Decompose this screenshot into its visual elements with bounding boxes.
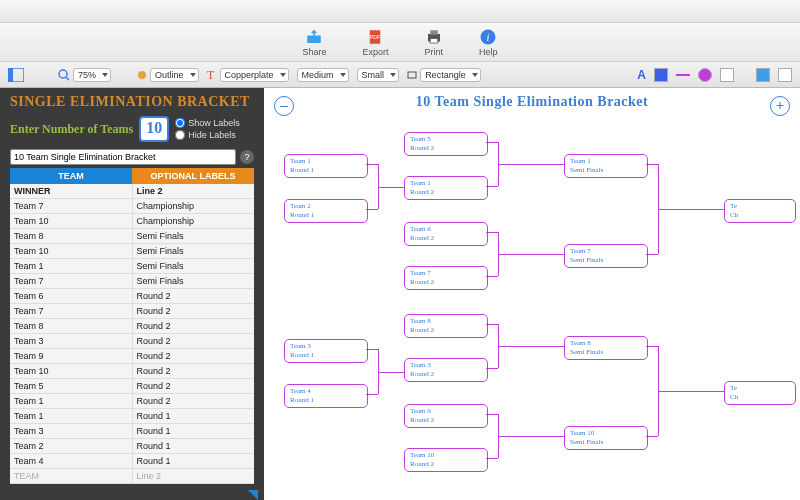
print-label: Print [425,47,444,57]
text-a-icon[interactable]: A [637,68,646,82]
table-row[interactable]: Team 10Round 2 [10,364,254,379]
svg-rect-4 [430,30,438,35]
table-row[interactable]: Team 1Round 2 [10,394,254,409]
bracket-box[interactable]: Team 6Round 2 [404,222,488,246]
hide-labels-radio[interactable]: Hide Labels [175,129,240,141]
table-row[interactable]: Team 1Round 1 [10,409,254,424]
table-row[interactable]: Team 7Round 2 [10,304,254,319]
bracket-box[interactable]: TeCh [724,381,796,405]
table-row[interactable]: Team 7Championship [10,199,254,214]
expand-button[interactable]: + [770,96,790,116]
table-row[interactable]: Team 7Semi Finals [10,274,254,289]
svg-rect-9 [8,68,13,82]
svg-line-11 [66,77,69,80]
table-row[interactable]: Team 8Round 2 [10,319,254,334]
color-white-swatch[interactable] [720,68,734,82]
bracket-box[interactable]: Team 3Round 2 [404,358,488,382]
line-icon[interactable] [676,74,690,76]
weight-select[interactable]: Medium [297,68,349,82]
color-magenta-swatch[interactable] [698,68,712,82]
col-labels-header: OPTIONAL LABELS [132,168,254,184]
enter-teams-label: Enter Number of Teams [10,122,133,137]
table-row[interactable]: Team 10Championship [10,214,254,229]
svg-text:i: i [487,31,490,42]
table-row[interactable]: WINNERLine 2 [10,184,254,199]
bracket-box[interactable]: Team 2Round 1 [284,199,368,223]
bracket-title-input[interactable] [10,149,236,165]
bracket-box[interactable]: Team 10Semi Finals [564,426,648,450]
table-row[interactable]: Team 3Round 1 [10,424,254,439]
table-row[interactable]: Team 3Round 2 [10,334,254,349]
table-row[interactable]: Team 1Semi Finals [10,259,254,274]
help-button[interactable]: i Help [479,28,498,57]
svg-rect-5 [430,38,438,43]
table-row[interactable]: Team 2Round 1 [10,439,254,454]
table-row[interactable]: Team 6Round 2 [10,289,254,304]
fill-swatch-1[interactable] [756,68,770,82]
help-icon[interactable]: ? [240,150,254,164]
col-team-header: TEAM [10,168,132,184]
bracket-box[interactable]: Team 8Round 2 [404,314,488,338]
show-labels-radio[interactable]: Show Labels [175,117,240,129]
bracket-box[interactable]: Team 1Round 1 [284,154,368,178]
bracket-canvas[interactable]: – + 10 Team Single Elimination Bracket T… [264,88,800,500]
team-count-input[interactable]: 10 [139,116,169,142]
svg-text:PDF: PDF [370,34,381,40]
table-row[interactable]: Team 8Semi Finals [10,229,254,244]
bracket-box[interactable]: TeCh [724,199,796,223]
window-titlebar [0,0,800,23]
svg-text:T: T [207,69,215,81]
fill-swatch-2[interactable] [778,68,792,82]
bracket-box[interactable]: Team 7Semi Finals [564,244,648,268]
table-row[interactable]: Team 4Round 1 [10,454,254,469]
table-row[interactable]: TEAMLine 2 [10,469,254,484]
bracket-box[interactable]: Team 3Round 1 [284,339,368,363]
help-label: Help [479,47,498,57]
print-button[interactable]: Print [425,28,444,57]
share-label: Share [302,47,326,57]
bracket-box[interactable]: Team 9Round 2 [404,404,488,428]
canvas-title: 10 Team Single Elimination Bracket [264,94,800,110]
style-select[interactable]: Outline [137,68,199,82]
collapse-button[interactable]: – [274,96,294,116]
bracket-box[interactable]: Team 7Round 2 [404,266,488,290]
svg-point-10 [59,70,67,78]
font-select[interactable]: TCopperplate [207,68,289,82]
zoom-select[interactable]: 75% [58,68,111,82]
table-row[interactable]: Team 10Semi Finals [10,244,254,259]
sidebar-heading: SINGLE ELIMINATION BRACKET [10,94,254,110]
bracket-box[interactable]: Team 4Round 1 [284,384,368,408]
bracket-box[interactable]: Team 1Semi Finals [564,154,648,178]
table-row[interactable]: Team 5Round 2 [10,379,254,394]
team-table-body: WINNERLine 2Team 7ChampionshipTeam 10Cha… [10,184,254,490]
panel-toggle-icon[interactable] [8,68,24,82]
shape-select[interactable]: Rectangle [407,68,481,82]
sidebar-panel: SINGLE ELIMINATION BRACKET Enter Number … [0,88,264,500]
options-toolbar: 75% Outline TCopperplate Medium Small Re… [0,62,800,88]
bracket-box[interactable]: Team 8Semi Finals [564,336,648,360]
color-blue-swatch[interactable] [654,68,668,82]
main-toolbar: Share PDF Export Print i Help [0,23,800,62]
size-select[interactable]: Small [357,68,400,82]
share-button[interactable]: Share [302,28,326,57]
svg-point-12 [138,71,146,79]
bracket-box[interactable]: Team 1Round 2 [404,176,488,200]
export-button[interactable]: PDF Export [362,28,388,57]
export-label: Export [362,47,388,57]
svg-rect-14 [408,72,416,78]
table-row[interactable]: Team 9Round 2 [10,349,254,364]
bracket-box[interactable]: Team 10Round 2 [404,448,488,472]
bracket-box[interactable]: Team 5Round 2 [404,132,488,156]
